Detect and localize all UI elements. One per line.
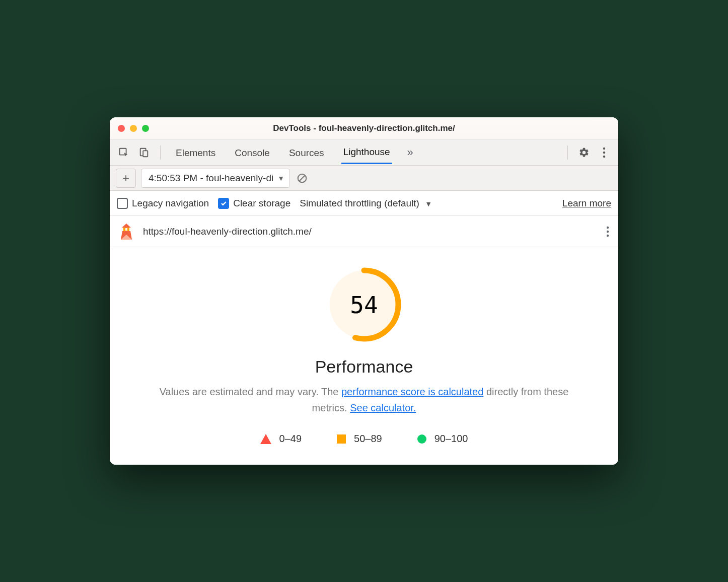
maximize-window-button[interactable] [142,125,149,132]
traffic-lights [118,125,149,132]
svg-rect-2 [143,151,148,157]
legacy-navigation-label: Legacy navigation [132,198,209,209]
svg-point-14 [607,230,609,232]
report-menu-icon[interactable] [606,226,609,237]
clear-storage-checkbox[interactable]: Clear storage [218,198,290,209]
report-dropdown-label: 4:50:53 PM - foul-heavenly-di [149,173,273,184]
learn-more-link[interactable]: Learn more [562,198,611,209]
lighthouse-subbar: + 4:50:53 PM - foul-heavenly-di ▼ [110,166,618,191]
square-icon [337,434,346,444]
svg-point-3 [603,147,605,149]
circle-icon [417,434,426,444]
more-tabs-icon[interactable]: » [407,146,413,159]
tab-console[interactable]: Console [233,141,272,164]
svg-rect-10 [125,228,127,231]
category-title: Performance [130,357,598,377]
titlebar: DevTools - foul-heavenly-direction.glitc… [110,117,618,139]
panel-tabs: Elements Console Sources Lighthouse » [174,140,558,164]
lighthouse-icon [119,223,134,241]
legend-range-fail: 0–49 [279,433,302,445]
legend-range-pass: 90–100 [434,433,468,445]
window-title: DevTools - foul-heavenly-direction.glitc… [110,123,618,133]
checkbox-checked-icon [218,198,229,209]
see-calculator-link[interactable]: See calculator. [350,402,416,413]
main-menu-icon[interactable] [597,146,611,160]
chevron-down-icon: ▼ [277,174,284,182]
chevron-down-icon: ▼ [425,200,432,208]
throttling-select[interactable]: Simulated throttling (default) ▼ [300,198,432,209]
legend-range-average: 50–89 [354,433,382,445]
svg-point-5 [603,155,605,157]
checkbox-unchecked-icon [117,198,128,209]
options-bar: Legacy navigation Clear storage Simulate… [110,191,618,216]
clear-icon[interactable] [295,171,309,185]
score-legend: 0–49 50–89 90–100 [130,433,598,445]
legend-pass: 90–100 [417,433,468,445]
desc-prefix: Values are estimated and may vary. The [160,386,341,397]
svg-line-7 [300,175,305,181]
main-toolbar: Elements Console Sources Lighthouse » [110,139,618,166]
report-dropdown[interactable]: 4:50:53 PM - foul-heavenly-di ▼ [141,169,290,188]
url-bar: https://foul-heavenly-direction.glitch.m… [110,216,618,247]
score-calc-link[interactable]: performance score is calculated [341,386,483,397]
minimize-window-button[interactable] [130,125,137,132]
svg-point-15 [607,234,609,236]
performance-gauge: 54 [325,265,403,346]
triangle-icon [260,434,271,444]
settings-gear-icon[interactable] [577,146,591,160]
score-value: 54 [350,292,378,319]
svg-point-13 [607,226,609,228]
legend-average: 50–89 [337,433,382,445]
audited-url: https://foul-heavenly-direction.glitch.m… [143,226,597,237]
tab-elements[interactable]: Elements [174,141,217,164]
legend-fail: 0–49 [260,433,302,445]
tab-sources[interactable]: Sources [287,141,326,164]
inspect-element-icon[interactable] [117,146,131,160]
score-description: Values are estimated and may vary. The p… [158,384,570,416]
toolbar-divider [160,146,161,160]
device-toolbar-icon[interactable] [137,146,151,160]
clear-storage-label: Clear storage [233,198,290,209]
tab-lighthouse[interactable]: Lighthouse [341,140,392,164]
close-window-button[interactable] [118,125,125,132]
toolbar-divider-2 [567,146,568,160]
legacy-navigation-checkbox[interactable]: Legacy navigation [117,198,209,209]
throttling-label: Simulated throttling (default) [300,198,419,208]
devtools-window: DevTools - foul-heavenly-direction.glitc… [110,117,618,465]
report-body: 54 Performance Values are estimated and … [110,247,618,465]
svg-point-4 [603,151,605,153]
new-report-button[interactable]: + [116,169,136,188]
svg-marker-8 [122,224,131,228]
